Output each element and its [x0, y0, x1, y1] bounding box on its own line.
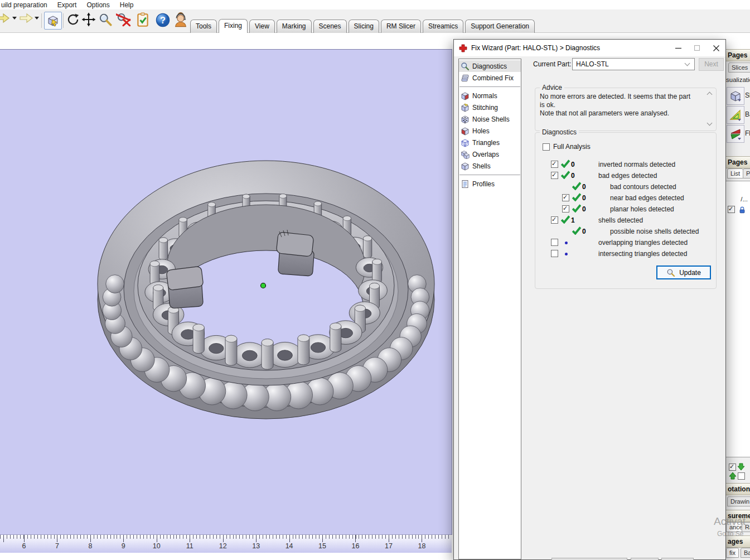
scroll-up-icon[interactable] — [707, 92, 713, 98]
ribbon-tab-view[interactable]: View — [249, 20, 275, 33]
menu-build-preparation[interactable]: uild preparation — [0, 1, 52, 9]
sidebar-item-noise-shells[interactable]: Noise Shells — [459, 113, 521, 125]
ribbon-tab-fixing[interactable]: Fixing — [219, 19, 248, 33]
list-column-label: /... — [741, 196, 748, 202]
dialog-bottom-button[interactable] — [631, 558, 659, 560]
zoom-in-icon[interactable] — [98, 12, 113, 27]
toolbar-separator — [41, 13, 42, 28]
dialog-bottom-button[interactable] — [661, 558, 694, 560]
shade-cube-icon — [729, 90, 742, 102]
maximize-icon[interactable] — [688, 40, 707, 56]
bearing-model — [0, 50, 452, 535]
sidebar-item-shells[interactable]: Shells — [459, 160, 521, 172]
ruler-label-14: 14 — [283, 542, 296, 550]
ribbon-tab-streamics[interactable]: Streamics — [423, 20, 463, 33]
ruler-label-13: 13 — [249, 542, 263, 550]
scroll-down-icon[interactable] — [707, 120, 713, 126]
assistant-icon[interactable] — [173, 12, 188, 28]
diagnostic-checkbox[interactable] — [551, 216, 558, 224]
shade-mode-button[interactable] — [727, 87, 744, 105]
sidebar-item-normals[interactable]: Normals — [459, 90, 521, 102]
minimize-icon[interactable] — [669, 40, 688, 56]
sidebar-item-holes[interactable]: Holes — [459, 125, 521, 137]
tab-fix[interactable]: fix — [726, 548, 739, 558]
ribbon-tab-tools[interactable]: Tools — [190, 20, 217, 33]
deselect-all-checkbox[interactable] — [738, 472, 745, 480]
part-visibility-checkbox[interactable] — [728, 206, 735, 213]
dialog-bottom-button[interactable] — [551, 558, 627, 560]
ribbon-tab-marking[interactable]: Marking — [277, 20, 312, 33]
tab-ra[interactable]: Ra — [742, 522, 750, 532]
select-cube-icon[interactable] — [44, 12, 62, 30]
help-icon[interactable]: ? — [155, 12, 171, 28]
advice-scrollbar[interactable] — [706, 91, 714, 127]
full-analysis-checkbox[interactable] — [543, 143, 550, 151]
ribbon-tab-slicing[interactable]: Slicing — [349, 20, 379, 33]
chevron-down-icon — [685, 61, 690, 66]
ruler-label-11: 11 — [183, 542, 196, 550]
tab-pa[interactable]: Pa — [743, 168, 750, 178]
diagnostic-checkbox[interactable] — [551, 161, 558, 168]
current-part-combobox[interactable]: HALO-STL — [572, 58, 695, 70]
menu-bar: uild preparation Export Options Help — [0, 0, 750, 9]
close-icon[interactable] — [707, 40, 725, 56]
ruler-label-18: 18 — [415, 542, 428, 550]
green-arrow-down-icon[interactable] — [737, 463, 745, 471]
diagnostics-group-label: Diagnostics — [540, 128, 579, 136]
advice-group-label: Advice — [540, 84, 564, 91]
ribbon-tab-support-generation[interactable]: Support Generation — [465, 20, 535, 33]
sidebar-item-diagnostics[interactable]: Diagnostics — [459, 60, 521, 72]
dialog-titlebar[interactable]: Fix Wizard (Part: HALO-STL) > Diagnostic… — [454, 40, 725, 56]
3d-viewport[interactable] — [0, 49, 452, 535]
green-check-icon — [561, 171, 570, 181]
select-all-checkbox[interactable] — [729, 464, 736, 471]
sidebar-item-label: Overlaps — [472, 151, 499, 158]
undo-dropdown-icon[interactable] — [12, 17, 17, 20]
menu-export[interactable]: Export — [52, 1, 82, 9]
sidebar-item-combined-fix[interactable]: Combined Fix — [459, 72, 521, 84]
menu-help[interactable]: Help — [115, 1, 139, 9]
tab-slices[interactable]: Slices — [728, 62, 750, 73]
redo-dropdown-icon[interactable] — [35, 17, 39, 20]
zoom-out-icon[interactable] — [116, 12, 132, 27]
next-button[interactable]: Next — [699, 58, 724, 71]
diagnostic-checkbox[interactable] — [551, 172, 558, 179]
diagnostic-checkbox[interactable] — [551, 239, 558, 246]
sidebar-item-label: Diagnostics — [472, 62, 507, 70]
diagnostic-checkbox[interactable] — [562, 205, 569, 213]
magnifier-icon — [666, 268, 675, 277]
ruler-major-ticks — [0, 535, 452, 542]
diagnostic-checkbox[interactable] — [562, 194, 569, 201]
green-check-icon — [572, 182, 581, 192]
ribbon-tab-rm-slicer[interactable]: RM Slicer — [381, 20, 421, 33]
checklist-icon[interactable] — [136, 12, 150, 28]
magnifier-icon — [461, 62, 470, 71]
sidebar-item-stitching[interactable]: Stitching — [459, 102, 521, 113]
sidebar-item-label: Noise Shells — [472, 115, 510, 123]
cube-noise-icon — [461, 115, 470, 124]
current-part-value: HALO-STL — [576, 60, 685, 68]
tab-list[interactable]: List — [727, 168, 743, 178]
tab-bas[interactable]: Bas — [741, 548, 750, 558]
pan-view-icon[interactable] — [81, 12, 96, 27]
redo-icon[interactable] — [19, 12, 33, 25]
flip-normals-button[interactable] — [727, 125, 744, 143]
diagnostic-checkbox[interactable] — [551, 250, 558, 257]
green-check-icon — [572, 193, 581, 204]
sidebar-item-triangles[interactable]: Triangles — [459, 137, 521, 148]
green-arrow-up-icon[interactable] — [729, 472, 737, 480]
visualization-label: sualization — [726, 76, 750, 83]
diagnostic-count: 0 — [582, 194, 586, 202]
menu-options[interactable]: Options — [81, 1, 114, 9]
undo-icon[interactable] — [0, 12, 10, 25]
update-button[interactable]: Update — [656, 265, 711, 279]
base-view-button[interactable] — [727, 106, 744, 124]
rotate-view-icon[interactable] — [66, 12, 80, 27]
sidebar-item-overlaps[interactable]: Overlaps — [459, 148, 521, 160]
ribbon-tab-scenes[interactable]: Scenes — [313, 20, 347, 33]
sidebar-item-profiles[interactable]: Profiles — [459, 178, 521, 190]
sidebar-item-label: Holes — [472, 127, 490, 135]
parts-list-area[interactable]: /... — [726, 181, 750, 457]
diagnostic-row-inverted-normals-detected: 0inverted normals detected — [535, 159, 716, 170]
tab-drawing[interactable]: Drawin — [727, 496, 750, 506]
